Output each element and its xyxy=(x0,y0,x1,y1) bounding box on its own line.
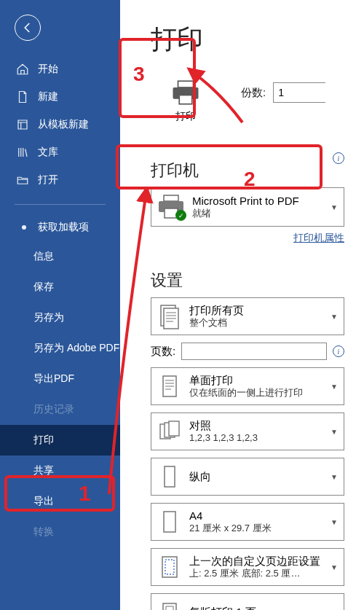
chevron-down-icon: ▼ xyxy=(331,313,338,321)
chevron-down-icon: ▼ xyxy=(331,203,338,211)
nav-export[interactable]: 导出 xyxy=(0,486,120,517)
svg-point-3 xyxy=(194,90,197,93)
nav-new-from-template[interactable]: 从模板新建 xyxy=(0,111,120,138)
chevron-down-icon: ▼ xyxy=(331,518,338,526)
printer-dropdown[interactable]: ✓ Microsoft Print to PDF 就绪 ▼ xyxy=(151,187,344,227)
printer-status: 就绪 xyxy=(192,208,323,219)
nav-label: 文库 xyxy=(38,146,58,159)
svg-rect-0 xyxy=(178,81,194,87)
nav-save[interactable]: 保存 xyxy=(0,272,120,302)
margins-icon xyxy=(157,553,182,581)
print-pane: 打印 打印 份数: ▲ ▼ 打印机 i xyxy=(120,0,364,610)
setting-sides[interactable]: 单面打印 仅在纸面的一侧上进行打印 ▼ xyxy=(151,367,344,405)
nav-get-addins[interactable]: 获取加载项 xyxy=(0,214,120,241)
nav-library[interactable]: 文库 xyxy=(0,138,120,166)
back-button[interactable] xyxy=(15,15,41,41)
copies-control: 份数: ▲ ▼ xyxy=(241,82,325,103)
pages-icon xyxy=(157,302,182,330)
chevron-down-icon: ▼ xyxy=(331,473,338,481)
bullet-icon xyxy=(16,221,29,234)
chevron-down-icon: ▼ xyxy=(331,428,338,436)
portrait-icon xyxy=(157,463,182,490)
collate-icon xyxy=(157,418,182,445)
copies-label: 份数: xyxy=(241,86,266,100)
print-button-label: 打印 xyxy=(175,110,196,123)
copies-spinner[interactable]: ▲ ▼ xyxy=(273,82,325,103)
nav-print[interactable]: 打印 xyxy=(0,425,120,455)
setting-paper-size[interactable]: A4 21 厘米 x 29.7 厘米 ▼ xyxy=(151,503,344,541)
chevron-down-icon: ▼ xyxy=(331,563,338,571)
page-title: 打印 xyxy=(151,22,364,58)
setting-orientation[interactable]: 纵向 ▼ xyxy=(151,458,344,496)
copies-input[interactable] xyxy=(274,83,364,102)
info-icon[interactable]: i xyxy=(333,152,344,164)
svg-rect-4 xyxy=(164,195,178,201)
nav-new[interactable]: 新建 xyxy=(0,83,120,111)
nav-saveas[interactable]: 另存为 xyxy=(0,302,120,333)
nav-transform[interactable]: 转换 xyxy=(0,517,120,547)
chevron-down-icon: ▼ xyxy=(331,383,338,391)
info-icon[interactable]: i xyxy=(333,345,344,357)
nav-open[interactable]: 打开 xyxy=(0,166,120,194)
annotation-number-3: 3 xyxy=(133,63,145,86)
print-button[interactable]: 打印 xyxy=(151,71,221,130)
check-icon: ✓ xyxy=(175,210,186,221)
backstage-sidebar: 开始 新建 从模板新建 文库 打开 获取加载项 信息 保存 另存为 另存为 Ad… xyxy=(0,0,120,610)
svg-rect-2 xyxy=(179,95,192,104)
home-icon xyxy=(16,63,29,76)
paper-icon xyxy=(157,508,182,536)
nav-label: 获取加载项 xyxy=(38,221,89,234)
single-side-icon xyxy=(157,372,182,400)
svg-rect-18 xyxy=(166,606,173,610)
document-icon xyxy=(16,90,29,103)
nav-history[interactable]: 历史记录 xyxy=(0,394,120,425)
printer-icon xyxy=(170,78,201,107)
pages-input[interactable] xyxy=(181,343,327,360)
setting-margins[interactable]: 上一次的自定义页边距设置 上: 2.5 厘米 底部: 2.5 厘… ▼ xyxy=(151,548,344,586)
pages-label: 页数: xyxy=(151,345,175,359)
settings-section-title: 设置 xyxy=(151,270,364,292)
template-icon xyxy=(16,118,29,131)
printer-device-icon: ✓ xyxy=(157,195,185,219)
nav-label: 从模板新建 xyxy=(38,118,89,131)
nav-saveas-adobe[interactable]: 另存为 Adobe PDF xyxy=(0,333,120,364)
setting-print-range[interactable]: 打印所有页 整个文档 ▼ xyxy=(151,297,344,335)
library-icon xyxy=(16,146,29,159)
setting-collate[interactable]: 对照 1,2,3 1,2,3 1,2,3 ▼ xyxy=(151,412,344,450)
setting-pages-per-sheet[interactable]: 每版打印 1 页 ▼ xyxy=(151,593,344,610)
folder-open-icon xyxy=(16,173,29,187)
nav-separator xyxy=(15,204,106,205)
printer-section-title: 打印机 xyxy=(151,160,364,181)
nav-share[interactable]: 共享 xyxy=(0,455,120,486)
svg-rect-16 xyxy=(165,560,174,574)
printer-name: Microsoft Print to PDF xyxy=(192,195,323,208)
nav-home[interactable]: 开始 xyxy=(0,55,120,83)
nav-label: 新建 xyxy=(38,90,58,103)
page-per-sheet-icon xyxy=(157,598,182,610)
svg-rect-13 xyxy=(165,466,175,487)
printer-properties-link[interactable]: 打印机属性 xyxy=(293,232,344,243)
nav-info[interactable]: 信息 xyxy=(0,241,120,272)
svg-rect-14 xyxy=(164,512,175,532)
svg-rect-12 xyxy=(169,421,179,436)
nav-export-pdf[interactable]: 导出PDF xyxy=(0,364,120,394)
nav-label: 开始 xyxy=(38,63,58,76)
nav-label: 打开 xyxy=(38,173,58,187)
arrow-left-icon xyxy=(21,21,34,34)
